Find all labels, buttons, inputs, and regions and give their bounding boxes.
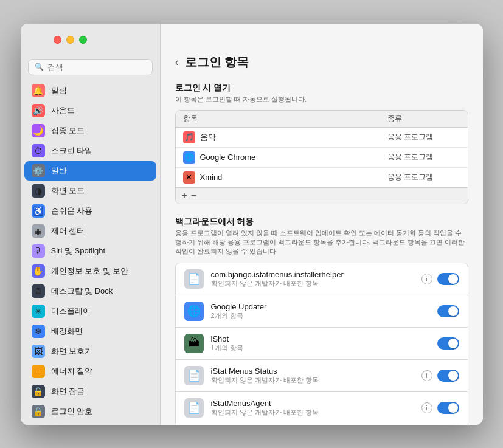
sidebar-item-controlcenter[interactable]: ▦ 제어 센터: [24, 221, 156, 241]
bg-item-istat-status: 📄 iStat Menus Status 확인되지 않은 개발자가 배포한 항목…: [175, 359, 468, 392]
toggle-istat-status[interactable]: [437, 370, 459, 382]
sidebar: 🔍 🔔 알림 🔊 사운드 🌙 집중 모드 ⏱ 스크린 타임 ⚙️ 일반 ◑ 화면…: [21, 24, 161, 425]
bg-item-info-istat-status: iStat Menus Status 확인되지 않은 개발자가 배포한 항목: [211, 367, 414, 385]
bg-item-name-bjango-helper: com.bjango.istatmenus.installerhelper: [211, 270, 414, 279]
remove-login-item-button[interactable]: −: [191, 191, 196, 201]
row-app-icon: 🌐: [183, 151, 195, 164]
table-row[interactable]: 🌐 Google Chrome 응용 프로그램: [176, 148, 468, 168]
sidebar-icon-wallpaper: ❄: [32, 325, 45, 338]
background-section: 백그라운드에서 허용 응용 프로그램이 열려 있지 않을 때 소프트웨어 업데이…: [175, 216, 468, 425]
table-actions: + −: [176, 187, 468, 204]
toggle-google-updater[interactable]: [437, 305, 459, 317]
sidebar-icon-general: ⚙️: [32, 164, 45, 177]
login-section: 로그인 시 열기 이 항목은 로그인할 때 자동으로 실행됩니다. 항목 종류 …: [175, 83, 468, 204]
col-name-header: 항목: [183, 114, 387, 124]
sidebar-item-screentime[interactable]: ⏱ 스크린 타임: [24, 141, 156, 160]
bg-item-sub-bjango-helper: 확인되지 않은 개발자가 배포한 항목: [211, 279, 414, 288]
search-input[interactable]: [47, 63, 146, 72]
bg-item-google-updater: 🌐 Google Updater 2개의 항목: [175, 295, 468, 328]
sidebar-items-list: 🔔 알림 🔊 사운드 🌙 집중 모드 ⏱ 스크린 타임 ⚙️ 일반 ◑ 화면 모…: [21, 80, 160, 425]
sidebar-item-siri[interactable]: 🎙 Siri 및 Spotlight: [24, 241, 156, 261]
minimize-button[interactable]: [66, 36, 74, 44]
sidebar-item-loginpassword[interactable]: 🔒 로그인 암호: [24, 402, 156, 421]
sidebar-item-screenlock[interactable]: 🔒 화면 잠금: [24, 382, 156, 401]
sidebar-item-screensaver[interactable]: 🖼 화면 보호기: [24, 342, 156, 361]
login-table-rows: 🎵 음악 응용 프로그램 🌐 Google Chrome 응용 프로그램 ✕ X…: [176, 128, 468, 187]
sidebar-item-general[interactable]: ⚙️ 일반: [24, 161, 156, 181]
info-button-bjango-helper[interactable]: i: [421, 274, 432, 284]
sidebar-label-desktop: 데스크탑 및 Dock: [51, 286, 113, 297]
bg-item-name-google-updater: Google Updater: [211, 302, 430, 311]
bg-item-name-ishot: iShot: [211, 334, 430, 343]
bg-item-icon-istat-status: 📄: [184, 366, 204, 385]
bg-item-icon-istat-agent: 📄: [184, 398, 204, 418]
table-header: 항목 종류: [176, 111, 468, 128]
sidebar-label-screentime: 스크린 타임: [51, 145, 93, 156]
bg-item-istat-agent: 📄 iStatMenusAgent 확인되지 않은 개발자가 배포한 항목 i: [175, 391, 468, 424]
bg-section-subtitle: 응용 프로그램이 열려 있지 않을 때 소프트웨어 업데이트 확인 또는 데이터…: [175, 229, 468, 257]
sidebar-item-energy[interactable]: 🔆 에너지 절약: [24, 362, 156, 381]
sidebar-icon-screensaver: 🖼: [32, 345, 45, 358]
search-icon: 🔍: [35, 63, 44, 71]
sidebar-icon-siri: 🎙: [32, 244, 45, 258]
sidebar-icon-controlcenter: ▦: [32, 224, 45, 238]
sidebar-icon-screenmode: ◑: [32, 184, 45, 198]
toggle-ishot[interactable]: [437, 337, 459, 350]
login-section-subtitle: 이 항목은 로그인할 때 자동으로 실행됩니다.: [175, 95, 468, 104]
close-button[interactable]: [54, 36, 61, 44]
sidebar-label-screensaver: 화면 보호기: [51, 346, 93, 357]
page-header: ‹ 로그인 항목: [175, 54, 468, 71]
sidebar-item-display[interactable]: ✳ 디스플레이: [24, 302, 156, 321]
toggle-istat-agent[interactable]: [437, 402, 459, 414]
maximize-button[interactable]: [79, 36, 87, 44]
bg-item-info-istat-agent: iStatMenusAgent 확인되지 않은 개발자가 배포한 항목: [211, 399, 414, 417]
back-button[interactable]: ‹: [175, 56, 179, 69]
sidebar-label-alarm: 알림: [51, 85, 67, 96]
sidebar-label-privacy: 개인정보 보호 및 보안: [51, 266, 129, 277]
sidebar-label-controlcenter: 제어 센터: [51, 226, 85, 236]
sidebar-icon-privacy: ✋: [32, 264, 45, 278]
toggle-bjango-helper[interactable]: [437, 273, 459, 285]
bg-item-controls-bjango-helper: i: [421, 273, 459, 285]
bg-section-title: 백그라운드에서 허용: [175, 216, 468, 227]
bg-item-ms-autoupdate: 🎯 Microsoft AutoUpdate 2개의 항목: 1개의 항목이 모…: [175, 424, 468, 425]
sidebar-item-wallpaper[interactable]: ❄ 배경화면: [24, 322, 156, 341]
search-box[interactable]: 🔍: [28, 59, 153, 75]
add-login-item-button[interactable]: +: [182, 191, 187, 201]
sidebar-label-focus: 집중 모드: [51, 125, 85, 136]
sidebar-icon-alarm: 🔔: [32, 84, 45, 97]
row-app-type: 응용 프로그램: [387, 172, 460, 182]
sidebar-icon-display: ✳: [32, 305, 45, 318]
bg-item-bjango-helper: 📄 com.bjango.istatmenus.installerhelper …: [175, 263, 468, 295]
table-row[interactable]: ✕ Xmind 응용 프로그램: [176, 168, 468, 187]
sidebar-label-siri: Siri 및 Spotlight: [51, 246, 106, 257]
bg-item-controls-istat-agent: i: [421, 402, 459, 414]
bg-item-sub-google-updater: 2개의 항목: [211, 311, 430, 320]
sidebar-label-sound: 사운드: [51, 105, 75, 116]
sidebar-item-sound[interactable]: 🔊 사운드: [24, 101, 156, 120]
bg-item-info-bjango-helper: com.bjango.istatmenus.installerhelper 확인…: [211, 270, 414, 288]
row-app-icon: ✕: [183, 171, 195, 184]
info-button-istat-status[interactable]: i: [421, 370, 432, 381]
sidebar-item-screenmode[interactable]: ◑ 화면 모드: [24, 181, 156, 201]
sidebar-item-focus[interactable]: 🌙 집중 모드: [24, 121, 156, 140]
sidebar-item-desktop[interactable]: 🖥 데스크탑 및 Dock: [24, 281, 156, 301]
sidebar-item-accessibility[interactable]: ♿ 손쉬운 사용: [24, 201, 156, 221]
bg-item-ishot: 🏔 iShot 1개의 항목: [175, 327, 468, 360]
col-type-header: 종류: [387, 114, 460, 124]
sidebar-icon-screenlock: 🔒: [32, 385, 45, 398]
sidebar-item-privacy[interactable]: ✋ 개인정보 보호 및 보안: [24, 261, 156, 281]
table-row[interactable]: 🎵 음악 응용 프로그램: [176, 128, 468, 148]
bg-item-sub-ishot: 1개의 항목: [211, 343, 430, 353]
bg-item-controls-google-updater: [437, 305, 459, 317]
page-title: 로그인 항목: [185, 54, 249, 71]
bg-item-controls-ishot: [437, 337, 459, 350]
bg-item-icon-google-updater: 🌐: [184, 302, 204, 321]
sidebar-label-wallpaper: 배경화면: [51, 326, 83, 337]
sidebar-icon-screentime: ⏱: [32, 144, 45, 157]
bg-item-name-istat-agent: iStatMenusAgent: [211, 399, 414, 408]
info-button-istat-agent[interactable]: i: [421, 402, 432, 413]
main-content: ‹ 로그인 항목 로그인 시 열기 이 항목은 로그인할 때 자동으로 실행됩니…: [161, 24, 483, 425]
sidebar-item-alarm[interactable]: 🔔 알림: [24, 81, 156, 100]
bg-item-controls-istat-status: i: [421, 370, 459, 382]
